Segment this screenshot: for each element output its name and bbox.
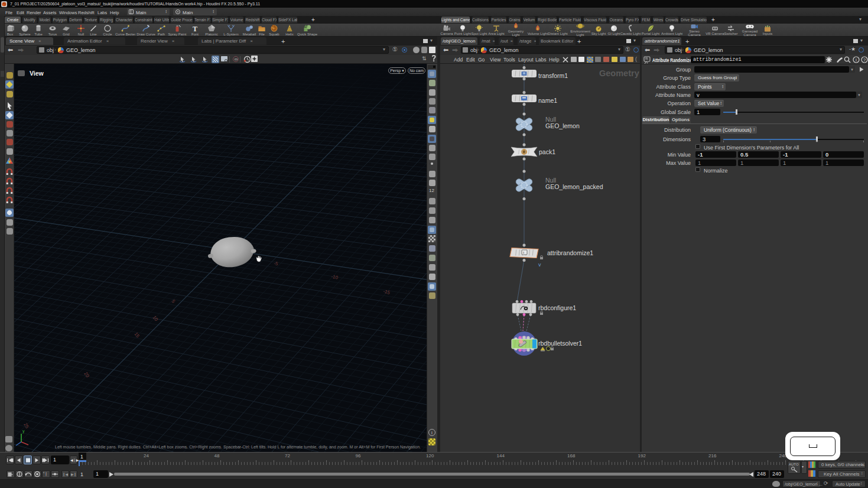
svg-text:?: ?: [863, 57, 866, 63]
svg-text:²: ²: [523, 251, 524, 255]
svg-text:y: y: [22, 429, 25, 434]
svg-text:i: i: [856, 57, 857, 63]
svg-text:T: T: [193, 25, 197, 33]
